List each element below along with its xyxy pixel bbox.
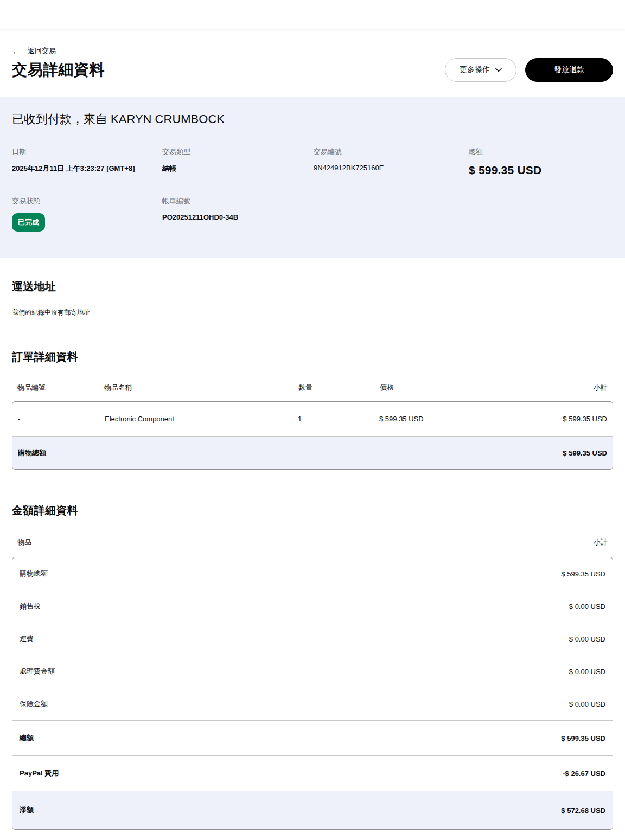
date-value: 2025年12月11日 上午3:23:27 [GMT+8] (12, 164, 162, 174)
invoice-id-field: 帳單編號 PO20251211OHD0-34B (162, 196, 314, 232)
amount-row-label: 購物總額 (20, 569, 48, 579)
amount-total-row: 總額 $ 599.35 USD (12, 720, 613, 755)
transaction-status-label: 交易狀態 (12, 196, 162, 206)
date-label: 日期 (12, 147, 162, 157)
amount-row-value: $ 0.00 USD (569, 700, 605, 708)
transaction-id-field: 交易編號 9N424912BK725160E (314, 147, 469, 177)
status-badge: 已完成 (12, 213, 45, 232)
net-amount-value: $ 572.68 USD (561, 806, 605, 815)
amount-row-label: 保險金額 (20, 699, 48, 709)
order-details-heading: 訂單詳細資料 (12, 350, 613, 364)
order-header-subtotal: 小計 (515, 383, 608, 393)
date-field: 日期 2025年12月11日 上午3:23:27 [GMT+8] (12, 147, 162, 177)
page-title: 交易詳細資料 (12, 60, 105, 80)
purchase-total-label: 購物總額 (18, 448, 46, 458)
more-actions-button[interactable]: 更多操作 (445, 58, 516, 82)
table-row: 處理費金額 $ 0.00 USD (12, 655, 613, 688)
issue-refund-button[interactable]: 發放退款 (525, 58, 613, 82)
amount-row-value: $ 0.00 USD (569, 635, 605, 643)
order-table-header-row: 物品編號 物品名稱 數量 價格 小計 (12, 383, 613, 393)
order-item-quantity: 1 (298, 415, 379, 423)
amount-details-table: 購物總額 $ 599.35 USD 銷售稅 $ 0.00 USD 運費 $ 0.… (12, 557, 613, 830)
transaction-type-label: 交易類型 (162, 147, 314, 157)
back-arrow-icon[interactable]: ← (12, 47, 21, 56)
order-purchase-total-row: 購物總額 $ 599.35 USD (12, 436, 613, 469)
payment-summary-title: 已收到付款，來自 KARYN CRUMBOCK (12, 111, 613, 127)
back-to-transactions-link[interactable]: 返回交易 (28, 46, 56, 56)
table-row: 銷售稅 $ 0.00 USD (12, 590, 613, 623)
transaction-id-value: 9N424912BK725160E (314, 164, 469, 172)
paypal-fee-label: PayPal 費用 (20, 768, 59, 778)
top-navigation-bar (0, 0, 625, 29)
order-item-subtotal: $ 599.35 USD (515, 415, 607, 423)
transaction-type-field: 交易類型 結帳 (162, 147, 314, 177)
order-header-item-name: 物品名稱 (104, 383, 298, 393)
breadcrumb: ← 返回交易 (12, 46, 613, 56)
amount-total-value: $ 599.35 USD (561, 734, 605, 742)
invoice-id-label: 帳單編號 (162, 196, 314, 206)
order-header-price: 價格 (380, 383, 515, 393)
amount-table-header-row: 物品 小計 (17, 537, 608, 547)
amount-header-item: 物品 (17, 537, 31, 547)
amount-total-label: 總額 (20, 733, 34, 743)
order-details-table: - Electronic Component 1 $ 599.35 USD $ … (12, 401, 613, 470)
net-amount-label: 淨額 (20, 805, 34, 815)
total-amount-value: $ 599.35 USD (469, 164, 613, 177)
order-item-name: Electronic Component (105, 415, 298, 423)
transaction-id-label: 交易編號 (314, 147, 469, 157)
purchase-total-value: $ 599.35 USD (563, 449, 607, 457)
amount-row-label: 銷售稅 (20, 601, 41, 611)
invoice-id-value: PO20251211OHD0-34B (162, 213, 314, 221)
paypal-fee-value: -$ 26.67 USD (563, 770, 605, 778)
order-item-id: - (18, 415, 105, 423)
transaction-status-field: 交易狀態 已完成 (12, 196, 162, 232)
total-amount-label: 總額 (469, 147, 613, 157)
amount-row-label: 處理費金額 (20, 666, 55, 676)
shipping-address-heading: 運送地址 (12, 279, 613, 294)
paypal-fee-row: PayPal 費用 -$ 26.67 USD (12, 755, 613, 791)
shipping-address-body: 我們的紀錄中沒有郵寄地址 (12, 308, 613, 317)
net-amount-row: 淨額 $ 572.68 USD (12, 791, 613, 829)
order-header-quantity: 數量 (298, 383, 380, 393)
chevron-down-icon (495, 68, 502, 72)
amount-row-label: 運費 (20, 634, 34, 644)
table-row: 運費 $ 0.00 USD (12, 623, 613, 655)
transaction-type-value: 結帳 (162, 164, 314, 174)
amount-row-value: $ 599.35 USD (561, 570, 605, 578)
order-header-item-id: 物品編號 (17, 383, 104, 393)
table-row: - Electronic Component 1 $ 599.35 USD $ … (12, 402, 613, 436)
table-row: 保險金額 $ 0.00 USD (12, 688, 613, 720)
order-item-price: $ 599.35 USD (379, 415, 515, 423)
more-actions-label: 更多操作 (460, 65, 490, 75)
payment-summary-section: 已收到付款，來自 KARYN CRUMBOCK 日期 2025年12月11日 上… (0, 97, 625, 258)
amount-details-heading: 金額詳細資料 (12, 503, 613, 518)
amount-row-value: $ 0.00 USD (569, 668, 605, 676)
amount-row-value: $ 0.00 USD (569, 602, 605, 611)
amount-header-subtotal: 小計 (594, 537, 608, 547)
table-row: 購物總額 $ 599.35 USD (12, 557, 613, 590)
total-amount-field: 總額 $ 599.35 USD (469, 147, 613, 177)
